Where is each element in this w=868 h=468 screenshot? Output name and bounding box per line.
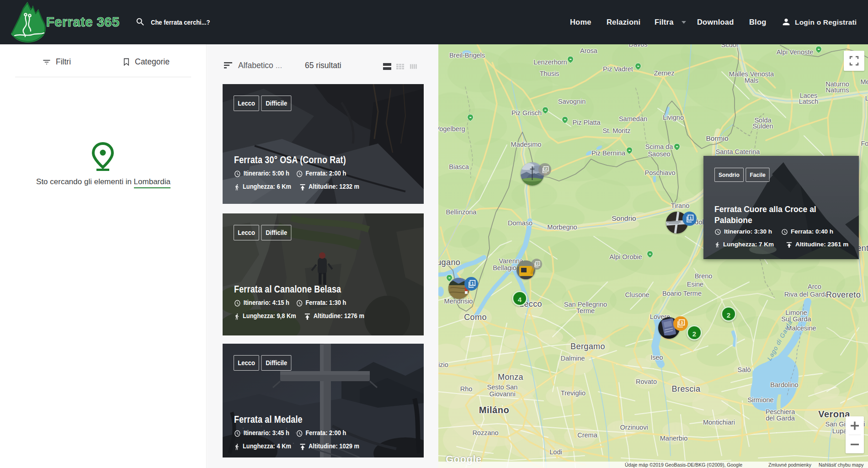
svg-text:3: 3 [681,320,683,325]
svg-text:1: 1 [471,281,474,285]
svg-text:1: 1 [689,216,692,220]
svg-text:2: 2 [537,262,538,265]
svg-text:2: 2 [545,167,547,171]
